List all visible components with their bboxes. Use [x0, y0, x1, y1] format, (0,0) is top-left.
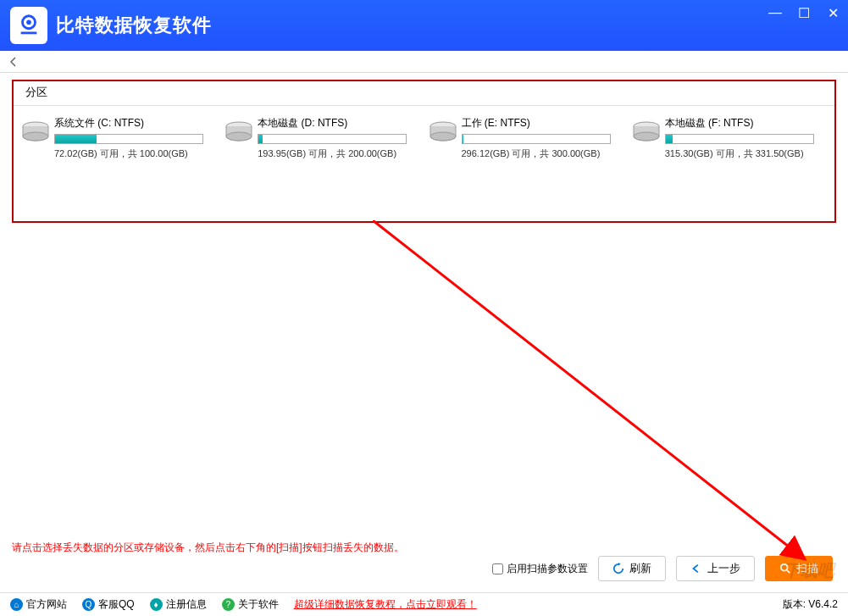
refresh-icon: [612, 563, 624, 574]
drive-stats: 72.02(GB) 可用，共 100.00(GB): [54, 147, 217, 160]
footer-website[interactable]: ⌂官方网站: [10, 597, 67, 612]
hint-text: 请点击选择丢失数据的分区或存储设备，然后点击右下角的[扫描]按钮扫描丢失的数据。: [12, 541, 404, 555]
user-icon: ♦: [150, 598, 163, 611]
close-button[interactable]: ✕: [824, 5, 841, 21]
toolbar-strip: [0, 51, 848, 73]
svg-line-13: [373, 220, 805, 559]
drive-icon: [631, 119, 662, 145]
drive-item[interactable]: 系统文件 (C: NTFS) 72.02(GB) 可用，共 100.00(GB): [19, 114, 219, 162]
drive-usage-bar: [462, 134, 611, 144]
drive-stats: 296.12(GB) 可用，共 300.00(GB): [462, 147, 624, 160]
svg-point-4: [23, 132, 48, 141]
drive-name: 本地磁盘 (D: NTFS): [258, 116, 420, 130]
main-area: 分区 系统文件 (C: NTFS) 72.02(GB) 可用，共 100.00(…: [0, 73, 848, 223]
svg-point-1: [26, 19, 31, 25]
drive-name: 系统文件 (C: NTFS): [54, 116, 217, 130]
arrow-left-icon: [690, 563, 702, 574]
drive-usage-bar: [665, 134, 814, 144]
drive-icon: [224, 119, 254, 145]
partition-header: 分区: [14, 81, 834, 106]
drives-row: 系统文件 (C: NTFS) 72.02(GB) 可用，共 100.00(GB)…: [14, 106, 834, 162]
scan-params-checkbox[interactable]: [492, 563, 503, 574]
annotation-arrow: [373, 220, 830, 576]
refresh-button[interactable]: 刷新: [598, 556, 666, 581]
footer-qq[interactable]: Q客服QQ: [82, 597, 135, 612]
minimize-button[interactable]: —: [767, 5, 784, 21]
drive-item[interactable]: 工作 (E: NTFS) 296.12(GB) 可用，共 300.00(GB): [426, 114, 626, 162]
drive-usage-bar: [54, 134, 203, 144]
drive-name: 工作 (E: NTFS): [462, 116, 624, 130]
search-icon: [779, 563, 791, 574]
version-label: 版本: V6.4.2: [783, 597, 838, 612]
svg-point-11: [781, 564, 788, 571]
drive-icon: [20, 119, 51, 145]
scan-params-label: 启用扫描参数设置: [507, 562, 588, 576]
footer: ⌂官方网站 Q客服QQ ♦注册信息 ?关于软件 超级详细数据恢复教程，点击立即观…: [0, 592, 848, 616]
footer-tutorial-link[interactable]: 超级详细数据恢复教程，点击立即观看！: [294, 597, 477, 612]
drive-item[interactable]: 本地磁盘 (F: NTFS) 315.30(GB) 可用，共 331.50(GB…: [629, 114, 829, 162]
svg-point-6: [226, 132, 252, 141]
footer-about[interactable]: ?关于软件: [222, 597, 279, 612]
drive-stats: 193.95(GB) 可用，共 200.00(GB): [258, 147, 420, 160]
svg-line-12: [787, 570, 790, 574]
maximize-button[interactable]: ☐: [795, 5, 812, 21]
drive-stats: 315.30(GB) 可用，共 331.50(GB): [665, 147, 828, 160]
svg-rect-2: [21, 32, 37, 35]
titlebar: 比特数据恢复软件 — ☐ ✕: [0, 0, 848, 51]
home-icon: ⌂: [10, 598, 23, 611]
bottom-controls: 启用扫描参数设置 刷新 上一步 扫描: [492, 556, 833, 581]
svg-point-10: [634, 132, 659, 141]
svg-point-8: [430, 132, 456, 141]
scan-button[interactable]: 扫描: [765, 556, 833, 581]
partition-panel: 分区 系统文件 (C: NTFS) 72.02(GB) 可用，共 100.00(…: [12, 80, 836, 223]
app-title: 比特数据恢复软件: [56, 13, 212, 38]
footer-register[interactable]: ♦注册信息: [150, 597, 207, 612]
qq-icon: Q: [82, 598, 95, 611]
scan-params-checkbox-wrap[interactable]: 启用扫描参数设置: [492, 562, 588, 576]
info-icon: ?: [222, 598, 235, 611]
drive-item[interactable]: 本地磁盘 (D: NTFS) 193.95(GB) 可用，共 200.00(GB…: [222, 114, 422, 162]
app-logo: [10, 7, 47, 44]
drive-usage-bar: [258, 134, 407, 144]
back-icon[interactable]: [7, 55, 20, 69]
drive-icon: [428, 119, 458, 145]
prev-button[interactable]: 上一步: [676, 556, 755, 581]
drive-name: 本地磁盘 (F: NTFS): [665, 116, 828, 130]
